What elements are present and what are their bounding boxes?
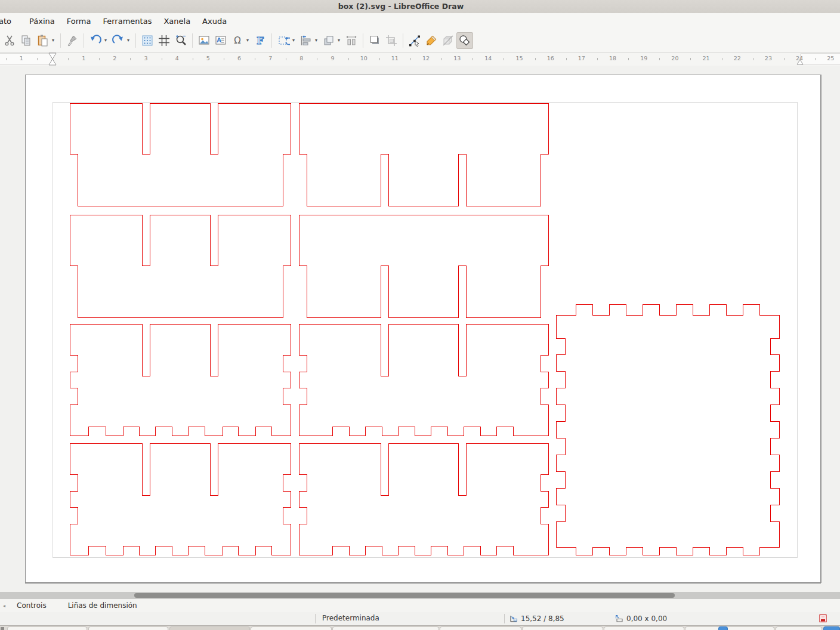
snap-guides-button[interactable] — [156, 32, 172, 49]
menu-forma[interactable]: Forma — [62, 14, 96, 28]
bottom-panel-finger-jointed[interactable] — [556, 304, 779, 555]
undo-dropdown[interactable]: ▾ — [103, 38, 109, 43]
ruler-number: 22 — [734, 55, 741, 61]
menu-paxina[interactable]: Páxina — [24, 14, 60, 28]
toolbar-separator — [60, 33, 61, 48]
side-panel-top-right[interactable] — [299, 103, 548, 206]
transformations-dropdown[interactable]: ▾ — [291, 38, 297, 43]
paste-dropdown[interactable]: ▾ — [50, 38, 56, 43]
distribute-button[interactable] — [343, 32, 360, 49]
align-dropdown[interactable]: ▾ — [313, 38, 319, 43]
svg-text:A: A — [217, 37, 221, 44]
clone-formatting-button[interactable] — [64, 32, 81, 49]
taskbar-window-segment[interactable] — [604, 626, 684, 630]
document-modified-status[interactable] — [819, 614, 827, 623]
display-grid-button[interactable] — [139, 32, 156, 49]
drawing-canvas[interactable] — [0, 66, 840, 592]
glue-points-button[interactable] — [423, 32, 440, 49]
undo-button[interactable] — [87, 32, 104, 49]
taskbar-window-segment[interactable] — [332, 626, 439, 630]
cursor-position-status[interactable]: 15,52 / 8,85 — [509, 614, 564, 623]
svg-drawing-shapes[interactable] — [0, 66, 840, 592]
page-style-status[interactable]: Predeterminada — [322, 614, 379, 622]
document-modified-icon — [819, 614, 827, 623]
shadow-button[interactable] — [366, 32, 383, 49]
ruler-number: 21 — [703, 55, 710, 61]
horizontal-scrollbar[interactable] — [0, 592, 840, 599]
selection-size-value: 0,00 x 0,00 — [626, 614, 667, 623]
ruler-number: 2 — [113, 55, 116, 61]
title-bar: box (2).svg - LibreOffice Draw — [0, 0, 840, 13]
taskbar-window-segment[interactable] — [522, 626, 603, 630]
special-character-button[interactable]: Ω — [229, 32, 246, 49]
toolbar-separator — [403, 33, 403, 48]
redo-button[interactable] — [110, 32, 126, 49]
side-panel-row2-left[interactable] — [70, 215, 291, 317]
menu-axuda[interactable]: Axuda — [197, 14, 231, 28]
copy-icon — [20, 34, 33, 47]
horizontal-scrollbar-thumb[interactable] — [134, 593, 675, 598]
special-character-dropdown[interactable]: ▾ — [245, 38, 251, 43]
cursor-position-icon — [509, 614, 518, 623]
arrange-button[interactable] — [320, 32, 337, 49]
taskbar-window-segment[interactable] — [7, 626, 87, 630]
snap-guides-icon — [158, 34, 171, 47]
extrusion-button[interactable] — [440, 32, 456, 49]
redo-dropdown[interactable]: ▾ — [125, 38, 131, 43]
cut-button[interactable] — [1, 32, 18, 49]
taskbar-window-segment[interactable] — [718, 626, 728, 630]
align-button[interactable] — [298, 32, 314, 49]
taskbar-window-segment[interactable] — [251, 626, 332, 630]
side-panel-row3-left[interactable] — [70, 324, 291, 436]
ruler-origin-marker[interactable] — [48, 52, 57, 66]
taskbar-window-segment[interactable] — [169, 626, 250, 630]
crop-button[interactable] — [383, 32, 400, 49]
ruler-halftick — [535, 58, 536, 60]
edit-points-icon — [408, 34, 421, 47]
insert-textbox-button[interactable]: A — [212, 32, 229, 49]
insert-textbox-icon: A — [214, 34, 227, 47]
paste-button[interactable] — [35, 32, 51, 49]
svg-text:Ω: Ω — [234, 35, 240, 46]
taskbar-window-segment[interactable] — [88, 626, 168, 630]
horizontal-ruler[interactable]: 1123456789101112131415161718192021222324… — [0, 52, 840, 66]
taskbar-window-segment[interactable] — [685, 626, 774, 630]
menu-ferramentas[interactable]: Ferramentas — [98, 14, 156, 28]
side-panel-row4-right[interactable] — [299, 443, 548, 555]
extrusion-icon — [441, 34, 455, 47]
toolbar-separator — [135, 33, 136, 48]
transformations-button[interactable] — [275, 32, 292, 49]
ruler-halftick — [224, 58, 224, 60]
edit-points-button[interactable] — [406, 32, 423, 49]
copy-button[interactable] — [18, 32, 35, 49]
layer-tab-scroller-icon[interactable]: ◂ — [0, 603, 8, 609]
side-panel-top-left[interactable] — [70, 103, 291, 206]
ruler-number: 3 — [144, 55, 147, 61]
menu-xanela[interactable]: Xanela — [159, 14, 195, 28]
layer-tab-controis[interactable]: Controis — [8, 600, 55, 612]
menu-formato-cropped[interactable]: ato — [0, 14, 16, 28]
ruler-halftick — [130, 58, 131, 60]
insert-image-button[interactable] — [196, 32, 212, 49]
side-panel-row2-right[interactable] — [299, 215, 548, 317]
window-title: box (2).svg - LibreOffice Draw — [338, 2, 464, 11]
ruler-number: 18 — [609, 55, 616, 61]
ruler-number: 12 — [422, 55, 430, 61]
zoom-button[interactable] — [172, 32, 189, 49]
show-draw-functions-button[interactable] — [456, 32, 473, 49]
fontwork-button[interactable]: F — [252, 32, 268, 49]
side-panel-row3-right[interactable] — [299, 324, 548, 436]
taskbar-window-segment[interactable] — [823, 626, 840, 630]
ruler-number: 24 — [796, 55, 803, 61]
layer-tab-linas-de-dimension[interactable]: Liñas de dimensión — [60, 600, 146, 612]
arrange-dropdown[interactable]: ▾ — [336, 38, 342, 43]
side-panel-row4-left[interactable] — [70, 443, 291, 555]
selection-size-status[interactable]: 0,00 x 0,00 — [614, 614, 667, 623]
ruler-halftick — [379, 58, 380, 60]
ruler-left-margin-zone — [0, 53, 52, 65]
taskbar-window-segment[interactable] — [776, 626, 822, 630]
ruler-number: 16 — [547, 55, 554, 61]
taskbar-window-segment[interactable] — [440, 626, 521, 630]
ruler-halftick — [722, 58, 722, 60]
clone-formatting-icon — [66, 34, 79, 47]
